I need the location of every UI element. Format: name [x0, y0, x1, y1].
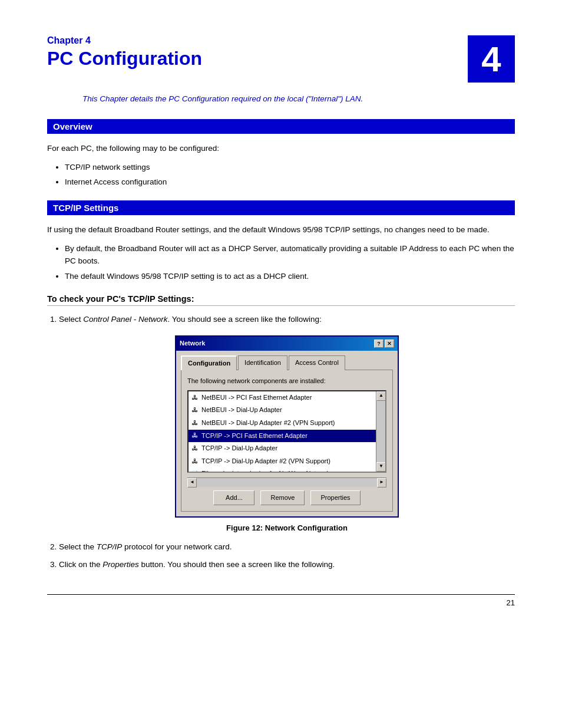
- list-item-selected[interactable]: 🖧 TCP/IP -> PCI Fast Ethernet Adapter: [189, 430, 376, 443]
- list-item: Internet Access configuration: [65, 176, 515, 189]
- vertical-scrollbar[interactable]: ▲ ▼: [376, 391, 385, 472]
- scroll-down-button[interactable]: ▼: [376, 462, 386, 472]
- step-1-after: . You should see a screen like the follo…: [168, 315, 322, 324]
- tcpip-heading: TCP/IP Settings: [47, 200, 515, 215]
- dialog-buttons: Add... Remove Properties: [187, 490, 386, 506]
- page-number: 21: [507, 598, 515, 607]
- step-3-before: Click on the: [59, 560, 103, 569]
- check-settings-section: To check your PC's TCP/IP Settings: Sele…: [47, 294, 515, 571]
- overview-heading: Overview: [47, 119, 515, 134]
- network-icon: 🖧: [191, 406, 199, 414]
- step-2: Select the TCP/IP protocol for your netw…: [59, 541, 515, 554]
- list-item-text: TCP/IP -> Dial-Up Adapter: [201, 443, 277, 454]
- dialog-titlebar: Network ? ✕: [176, 337, 398, 351]
- network-icon: 🖧: [191, 457, 199, 466]
- chapter-number: 4: [481, 39, 501, 80]
- step-1-before: Select: [59, 315, 83, 324]
- figure-caption: Figure 12: Network Configuration: [226, 522, 348, 535]
- list-item[interactable]: 📄 File and printer sharing for NetWare N…: [189, 467, 376, 472]
- overview-bullets: TCP/IP network settings Internet Access …: [65, 161, 515, 189]
- list-item[interactable]: 🖧 TCP/IP -> Dial-Up Adapter: [189, 442, 376, 455]
- network-listbox[interactable]: 🖧 NetBEUI -> PCI Fast Ethernet Adapter 🖧…: [187, 390, 386, 473]
- overview-section: Overview For each PC, the following may …: [47, 119, 515, 189]
- dialog-title: Network: [180, 338, 205, 349]
- list-item-text: NetBEUI -> PCI Fast Ethernet Adapter: [201, 393, 312, 403]
- step-1: Select Control Panel - Network. You shou…: [59, 313, 515, 535]
- dialog-content: Configuration Identification Access Cont…: [176, 351, 398, 517]
- list-item: The default Windows 95/98 TCP/IP setting…: [65, 270, 515, 283]
- scroll-left-button[interactable]: ◄: [187, 478, 197, 487]
- dialog-panel: The following network components are ins…: [181, 370, 393, 512]
- tab-identification[interactable]: Identification: [238, 355, 287, 371]
- list-item-text: NetBEUI -> Dial-Up Adapter #2 (VPN Suppo…: [201, 418, 335, 429]
- network-icon: 🖧: [191, 444, 199, 453]
- tcpip-body: If using the default Broadband Router se…: [47, 223, 515, 236]
- close-button[interactable]: ✕: [385, 340, 394, 348]
- step-2-italic: TCP/IP: [97, 542, 123, 551]
- remove-button[interactable]: Remove: [260, 490, 305, 506]
- tab-configuration[interactable]: Configuration: [181, 355, 237, 371]
- network-icon: 🖧: [191, 419, 199, 427]
- titlebar-buttons: ? ✕: [374, 340, 394, 348]
- step-2-after: protocol for your network card.: [122, 542, 232, 551]
- step-3: Click on the Properties button. You shou…: [59, 558, 515, 571]
- tab-access-control[interactable]: Access Control: [289, 355, 345, 371]
- chapter-header: Chapter 4 PC Configuration 4: [47, 35, 515, 83]
- overview-body: For each PC, the following may to be con…: [47, 142, 515, 155]
- page: Chapter 4 PC Configuration 4 This Chapte…: [0, 0, 562, 643]
- list-item-text: NetBEUI -> Dial-Up Adapter: [201, 405, 282, 416]
- numbered-steps: Select Control Panel - Network. You shou…: [59, 313, 515, 571]
- step-3-after: button. You should then see a screen lik…: [139, 560, 335, 569]
- properties-button[interactable]: Properties: [310, 490, 360, 506]
- help-button[interactable]: ?: [374, 340, 384, 348]
- list-item[interactable]: 🖧 NetBEUI -> Dial-Up Adapter: [189, 404, 376, 417]
- step-3-italic: Properties: [103, 560, 139, 569]
- tcpip-bullets: By default, the Broadband Router will ac…: [65, 242, 515, 283]
- chapter-text-block: Chapter 4 PC Configuration: [47, 35, 456, 69]
- figure-container: Network ? ✕ Configuration Identification: [59, 335, 515, 535]
- list-item-text: TCP/IP -> PCI Fast Ethernet Adapter: [201, 431, 308, 442]
- add-button[interactable]: Add...: [213, 490, 254, 506]
- network-icon: 🖧: [191, 431, 199, 440]
- list-item-text: TCP/IP -> Dial-Up Adapter #2 (VPN Suppor…: [201, 456, 330, 467]
- chapter-number-box: 4: [468, 35, 515, 83]
- list-item: TCP/IP network settings: [65, 161, 515, 174]
- hscroll-track: [197, 478, 377, 487]
- footer: 21: [47, 594, 515, 607]
- list-item-text: File and printer sharing for NetWare Net…: [201, 469, 333, 472]
- step-1-italic: Control Panel - Network: [83, 315, 167, 324]
- chapter-label: Chapter 4: [47, 35, 456, 46]
- network-icon: 🖧: [191, 394, 199, 402]
- scroll-right-button[interactable]: ►: [377, 478, 386, 487]
- list-item: By default, the Broadband Router will ac…: [65, 242, 515, 268]
- network-dialog: Network ? ✕ Configuration Identification: [175, 335, 399, 518]
- chapter-title: PC Configuration: [47, 48, 456, 69]
- intro-text: This Chapter details the PC Configuratio…: [82, 93, 480, 105]
- tcpip-section: TCP/IP Settings If using the default Bro…: [47, 200, 515, 282]
- dialog-tabs: Configuration Identification Access Cont…: [181, 355, 393, 371]
- panel-label: The following network components are ins…: [187, 376, 386, 387]
- check-settings-heading: To check your PC's TCP/IP Settings:: [47, 294, 515, 306]
- file-icon: 📄: [191, 470, 199, 473]
- scroll-up-button[interactable]: ▲: [376, 391, 386, 401]
- horizontal-scrollbar[interactable]: ◄ ►: [187, 477, 386, 487]
- list-item[interactable]: 🖧 NetBEUI -> PCI Fast Ethernet Adapter: [189, 391, 376, 404]
- list-item[interactable]: 🖧 TCP/IP -> Dial-Up Adapter #2 (VPN Supp…: [189, 455, 376, 468]
- step-2-before: Select the: [59, 542, 97, 551]
- list-item[interactable]: 🖧 NetBEUI -> Dial-Up Adapter #2 (VPN Sup…: [189, 417, 376, 430]
- scroll-track: [376, 401, 385, 462]
